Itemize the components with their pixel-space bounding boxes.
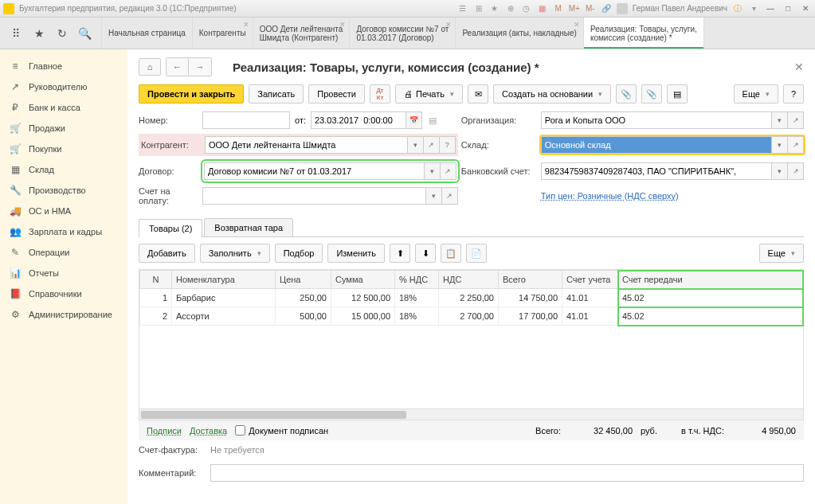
- edi-button[interactable]: ▤: [667, 84, 688, 104]
- open-icon[interactable]: ↗: [441, 162, 456, 180]
- col-acc[interactable]: Счет учета: [562, 271, 618, 289]
- link-button[interactable]: 📎: [616, 84, 637, 104]
- sidebar-item-catalogs[interactable]: 📕Справочники: [0, 283, 127, 304]
- tab-close-icon[interactable]: ✕: [445, 21, 452, 29]
- warehouse-input[interactable]: Основной склад: [541, 136, 772, 154]
- tab-realization-create[interactable]: Реализация: Товары, услуги,комиссия (соз…: [584, 18, 704, 49]
- tab-close-icon[interactable]: ✕: [243, 21, 249, 29]
- move-down-button[interactable]: ⬇: [415, 244, 436, 263]
- col-vat-pct[interactable]: % НДС: [395, 271, 439, 289]
- move-up-button[interactable]: ⬆: [390, 244, 410, 263]
- home-button[interactable]: ⌂: [139, 58, 161, 76]
- sidebar-item-warehouse[interactable]: ▦Склад: [0, 159, 127, 180]
- tab-counterparties[interactable]: Контрагенты✕: [193, 18, 253, 49]
- signatures-link[interactable]: Подписи: [147, 426, 182, 436]
- sidebar-item-production[interactable]: 🔧Производство: [0, 180, 127, 201]
- help-button[interactable]: ?: [783, 84, 804, 104]
- open-icon[interactable]: ↗: [424, 136, 440, 154]
- open-icon[interactable]: ↗: [788, 162, 804, 180]
- copy-button[interactable]: 📋: [441, 244, 461, 263]
- date-input[interactable]: [311, 111, 406, 129]
- star-icon[interactable]: ★: [31, 25, 47, 41]
- horizontal-scrollbar[interactable]: [139, 408, 803, 420]
- m-icon-2[interactable]: M+: [569, 3, 580, 14]
- col-transfer[interactable]: Счет передачи: [618, 271, 803, 289]
- toolbar-icon-2[interactable]: ⊞: [473, 3, 484, 14]
- toolbar-icon-1[interactable]: ☰: [457, 3, 468, 14]
- col-total[interactable]: Всего: [499, 271, 562, 289]
- toolbar-icon-4[interactable]: ⊕: [505, 3, 516, 14]
- tab-start[interactable]: Начальная страница: [102, 18, 193, 49]
- open-icon[interactable]: ↗: [442, 187, 458, 205]
- col-name[interactable]: Номенклатура: [172, 271, 276, 289]
- paste-button[interactable]: 📄: [466, 244, 487, 263]
- col-sum[interactable]: Сумма: [331, 271, 395, 289]
- sidebar-item-main[interactable]: ≡Главное: [0, 56, 127, 76]
- contract-input[interactable]: [204, 162, 425, 180]
- post-close-button[interactable]: Провести и закрыть: [139, 84, 244, 104]
- table-row[interactable]: 2 Ассорти 500,00 15 000,00 18% 2 700,00 …: [140, 307, 803, 326]
- movements-button[interactable]: ДтКт: [370, 84, 390, 104]
- sidebar-item-purchases[interactable]: 🛒Покупки: [0, 139, 127, 159]
- doc-signed-checkbox[interactable]: [235, 425, 245, 436]
- sidebar-item-bank[interactable]: ₽Банк и касса: [0, 97, 127, 118]
- sidebar-item-manager[interactable]: ↗Руководителю: [0, 76, 127, 97]
- delivery-link[interactable]: Доставка: [190, 426, 227, 436]
- col-price[interactable]: Цена: [276, 271, 331, 289]
- bank-input[interactable]: [541, 162, 772, 180]
- toolbar-icon-5[interactable]: ◷: [521, 3, 532, 14]
- dropdown-icon[interactable]: ▾: [772, 162, 788, 180]
- add-button[interactable]: Добавить: [139, 244, 195, 263]
- print-button[interactable]: 🖨Печать: [395, 84, 463, 104]
- comment-input[interactable]: [210, 464, 804, 482]
- dropdown-icon[interactable]: ▾: [426, 187, 442, 205]
- fill-button[interactable]: Заполнить: [200, 244, 270, 263]
- org-input[interactable]: [541, 111, 772, 129]
- tab-goods[interactable]: Товары (2): [139, 219, 202, 237]
- col-vat[interactable]: НДС: [439, 271, 499, 289]
- toolbar-icon-3[interactable]: ★: [489, 3, 500, 14]
- search-icon[interactable]: 🔍: [77, 25, 93, 41]
- link-icon[interactable]: 🔗: [601, 3, 612, 14]
- post-button[interactable]: Провести: [308, 84, 365, 104]
- attach-button[interactable]: 📎: [641, 84, 662, 104]
- sidebar-item-sales[interactable]: 🛒Продажи: [0, 118, 127, 139]
- apps-icon[interactable]: ⠿: [8, 25, 24, 41]
- toolbar-icon-6[interactable]: ▦: [537, 3, 548, 14]
- tab-contract[interactable]: Договор комиссии №7 от01.03.2017 (Догово…: [350, 18, 456, 49]
- more-button[interactable]: Еще: [734, 84, 778, 104]
- sidebar-item-reports[interactable]: 📊Отчеты: [0, 263, 127, 283]
- tab-tare[interactable]: Возвратная тара: [204, 218, 293, 236]
- sidebar-item-assets[interactable]: 🚚ОС и НМА: [0, 201, 127, 221]
- pick-button[interactable]: Подбор: [275, 244, 323, 263]
- maximize-button[interactable]: □: [782, 3, 794, 14]
- number-input[interactable]: [202, 111, 290, 129]
- col-n[interactable]: N: [140, 271, 172, 289]
- m-icon-3[interactable]: M-: [585, 3, 596, 14]
- forward-button[interactable]: →: [189, 58, 211, 76]
- counterparty-input[interactable]: [205, 136, 408, 154]
- info-icon[interactable]: ⓘ: [732, 3, 743, 14]
- sidebar-item-hr[interactable]: 👥Зарплата и кадры: [0, 221, 127, 242]
- payment-acc-input[interactable]: [202, 187, 426, 205]
- table-row[interactable]: 1 Барбарис 250,00 12 500,00 18% 2 250,00…: [140, 289, 803, 307]
- tab-close-icon[interactable]: ✕: [339, 21, 346, 29]
- back-button[interactable]: ←: [167, 58, 189, 76]
- history-icon[interactable]: ↻: [54, 25, 70, 41]
- dropdown-icon[interactable]: ▾: [772, 136, 788, 154]
- create-based-button[interactable]: Создать на основании: [493, 84, 611, 104]
- email-button[interactable]: ✉: [468, 84, 488, 104]
- dropdown-icon[interactable]: ▾: [425, 162, 441, 180]
- page-close-icon[interactable]: ✕: [794, 61, 804, 73]
- tab-realization-list[interactable]: Реализация (акты, накладные)✕: [456, 18, 584, 49]
- open-icon[interactable]: ↗: [788, 136, 804, 154]
- table-more-button[interactable]: Еще: [759, 244, 804, 263]
- change-button[interactable]: Изменить: [327, 244, 385, 263]
- dropdown-icon[interactable]: ▾: [748, 3, 759, 14]
- tab-close-icon[interactable]: ✕: [574, 21, 580, 29]
- tab-company[interactable]: ООО Дети лейтенантаШмидта (Контрагент)✕: [253, 18, 351, 49]
- sidebar-item-operations[interactable]: ✎Операции: [0, 242, 127, 263]
- dropdown-icon[interactable]: ▾: [408, 136, 424, 154]
- m-icon-1[interactable]: M: [553, 3, 564, 14]
- calendar-icon[interactable]: 📅: [406, 111, 422, 129]
